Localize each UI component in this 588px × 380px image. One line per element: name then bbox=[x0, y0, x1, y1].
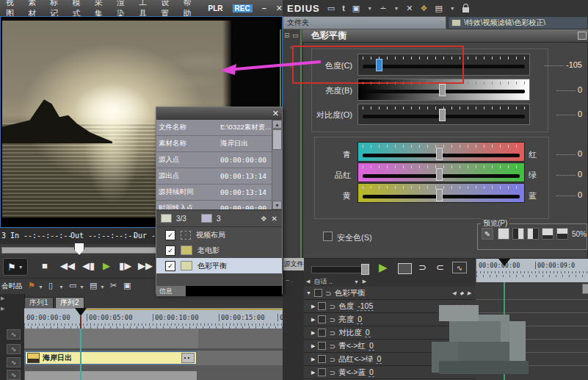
filter-checkbox[interactable]: ✓ bbox=[165, 261, 175, 271]
keyframe-playhead-handle[interactable] bbox=[498, 259, 510, 266]
info-close-icon[interactable]: ✕ bbox=[272, 109, 279, 118]
filter-checkbox[interactable]: ✓ bbox=[165, 230, 175, 240]
tree-collapse-icon[interactable]: ⊟ bbox=[284, 32, 290, 39]
timeline-clip[interactable]: 海岸日出 bbox=[25, 351, 197, 365]
remove-filter-icon[interactable]: ✕ bbox=[272, 215, 277, 223]
new-doc-icon[interactable]: ▯ bbox=[48, 281, 53, 290]
filter-row-video-layout[interactable]: ✓ ◦ 视频布局 bbox=[156, 227, 282, 243]
title-tool-icon[interactable]: t bbox=[342, 4, 345, 12]
next-key-icon[interactable]: ▶ bbox=[468, 290, 471, 296]
preview-pencil-button[interactable]: ✎ bbox=[482, 228, 493, 240]
doc-dropdown-icon[interactable]: ▼ bbox=[59, 284, 64, 290]
dialog-title-bar[interactable]: 色彩平衡 bbox=[302, 29, 588, 43]
play-button[interactable]: ▶ bbox=[103, 260, 110, 271]
info-title-bar[interactable]: ✕ bbox=[156, 107, 282, 120]
cut-icon[interactable]: ✂ bbox=[110, 281, 117, 290]
keyframe-play-button[interactable]: ▶ bbox=[379, 261, 388, 274]
prev-key-icon[interactable]: ◀ bbox=[452, 290, 456, 296]
delete-icon[interactable]: ✕ bbox=[406, 4, 413, 13]
effect-flag-icon[interactable]: ⚑ bbox=[28, 281, 35, 290]
safe-color-checkbox[interactable] bbox=[323, 232, 333, 241]
lock-icon[interactable] bbox=[462, 7, 469, 12]
tab-sequence1[interactable]: 序列1 bbox=[24, 297, 54, 308]
preview-split-bottom2-button[interactable] bbox=[556, 228, 568, 240]
stop-button[interactable]: ■ bbox=[42, 260, 48, 271]
cyan-red-slider[interactable] bbox=[357, 142, 525, 162]
preview-split-right-button[interactable] bbox=[527, 228, 539, 240]
export-icon[interactable]: ▭ bbox=[69, 281, 76, 290]
keyframe-ruler[interactable]: 00:00:00:00 00:00:09:0 bbox=[476, 259, 588, 282]
rec-button[interactable]: REC bbox=[233, 4, 253, 12]
copy-icon[interactable]: ▣ bbox=[123, 281, 131, 290]
fast-forward-button[interactable]: ▶▶ bbox=[138, 260, 153, 271]
effect-badge-icon[interactable]: ❖ bbox=[261, 215, 267, 223]
filter-checkbox[interactable]: ✓ bbox=[165, 245, 175, 256]
collapse-icon[interactable]: ▼ bbox=[306, 290, 311, 295]
effects-path-bar[interactable]: \特效\视频滤镜\色彩校正\ bbox=[448, 16, 588, 29]
effect-dropdown-icon[interactable]: ▼ bbox=[38, 284, 43, 290]
kf-checkbox[interactable] bbox=[314, 289, 322, 297]
keyframe-zoom-slider[interactable] bbox=[311, 266, 369, 273]
scroll-down-icon[interactable]: ▼ bbox=[272, 201, 282, 209]
timeline-ruler[interactable]: 00:00:00:00 00:00:05:00 00:00:10:00 00:0… bbox=[24, 308, 283, 329]
info-scrollbar[interactable]: ▲ ▼ bbox=[272, 120, 282, 209]
filter-row-old-film[interactable]: ✓ 老电影 bbox=[156, 243, 282, 258]
yellow-blue-slider[interactable] bbox=[357, 183, 525, 203]
monitor-toggle-button[interactable] bbox=[398, 263, 412, 274]
dialog-window-icon[interactable] bbox=[578, 32, 587, 40]
stack-dropdown-icon[interactable]: ▼ bbox=[367, 6, 372, 11]
expand-icon[interactable]: ▶ bbox=[311, 370, 315, 376]
undo-keyframe-button[interactable]: ⊃ bbox=[418, 262, 427, 273]
clip-effect-badge[interactable] bbox=[181, 353, 195, 363]
save-dropdown-icon[interactable]: ▼ bbox=[100, 284, 105, 290]
track-expand-icon[interactable]: ▶ bbox=[1, 295, 4, 301]
track-mute-icon[interactable]: ∿ bbox=[7, 357, 21, 368]
rewind-button[interactable]: ◀◀ bbox=[60, 260, 75, 271]
kf-checkbox[interactable] bbox=[318, 368, 326, 376]
expand-icon[interactable]: ▶ bbox=[311, 356, 315, 362]
save-icon[interactable]: ▤ bbox=[90, 281, 97, 290]
add-key-icon[interactable]: ◆ bbox=[460, 290, 463, 296]
track-expand-icon[interactable]: ▶ bbox=[1, 306, 4, 312]
contrast-slider-handle[interactable] bbox=[439, 109, 446, 121]
step-forward-button[interactable]: ▮▶ bbox=[119, 260, 131, 271]
kf-checkbox[interactable] bbox=[318, 302, 326, 310]
layout-grid-icon[interactable]: ▤ bbox=[435, 4, 442, 13]
cyan-red-handle[interactable] bbox=[436, 148, 443, 160]
tree-folder-icon[interactable]: ▭ bbox=[292, 32, 299, 39]
preview-split-bottom-button[interactable] bbox=[542, 228, 553, 240]
layout-dropdown-icon[interactable]: ▼ bbox=[450, 6, 455, 11]
expand-icon[interactable]: ▶ bbox=[311, 343, 315, 349]
expand-icon[interactable]: ▶ bbox=[311, 330, 315, 336]
kf-checkbox[interactable] bbox=[318, 355, 326, 363]
marker-dropdown-icon[interactable]: ▼ bbox=[18, 265, 23, 270]
kf-scrollbar[interactable] bbox=[582, 284, 588, 294]
track-mute-icon[interactable]: ∿ bbox=[7, 370, 21, 380]
minimize-button[interactable]: – bbox=[262, 4, 266, 12]
stack-icon[interactable]: ▣ bbox=[352, 4, 360, 13]
kf-row-color-balance[interactable]: ▼ ⊃ 色彩平衡 ◀◆▶ bbox=[304, 287, 476, 300]
yellow-blue-handle[interactable] bbox=[436, 189, 443, 201]
redo-keyframe-button[interactable]: ⊂ bbox=[436, 262, 444, 273]
dropdown-right-icon[interactable]: ▶ bbox=[363, 279, 366, 284]
brightness-slider-handle[interactable] bbox=[439, 84, 446, 96]
export-dropdown-icon[interactable]: ▼ bbox=[79, 284, 84, 290]
tab-source-file[interactable]: 源文件 bbox=[283, 258, 304, 270]
dropdown-left-icon[interactable]: ◀ bbox=[306, 279, 310, 284]
preview-full-button[interactable] bbox=[498, 228, 509, 240]
preview-split-left-button[interactable] bbox=[512, 228, 524, 240]
magenta-green-handle[interactable] bbox=[436, 168, 443, 181]
open-folder-icon[interactable]: ▭ bbox=[327, 4, 335, 13]
scroll-up-icon[interactable]: ▲ bbox=[272, 120, 282, 129]
expand-icon[interactable]: ▶ bbox=[311, 317, 315, 323]
keyframe-preset-dropdown[interactable]: ◀ 自话 .. ▼ ▶ bbox=[304, 276, 476, 287]
kf-checkbox[interactable] bbox=[318, 342, 326, 350]
timeline-playhead-handle[interactable] bbox=[75, 308, 87, 316]
keyframe-zoom-handle[interactable] bbox=[361, 264, 369, 275]
magenta-green-slider[interactable] bbox=[357, 162, 525, 182]
expand-icon[interactable]: ▶ bbox=[311, 304, 315, 309]
marker-flag-icon[interactable]: ⚑ bbox=[7, 262, 16, 273]
filter-row-color-balance[interactable]: ✓ 色彩平衡 bbox=[156, 258, 282, 273]
track-mute-icon[interactable]: ∿ bbox=[7, 329, 21, 340]
dropdown-down-icon[interactable]: ▼ bbox=[354, 279, 359, 284]
